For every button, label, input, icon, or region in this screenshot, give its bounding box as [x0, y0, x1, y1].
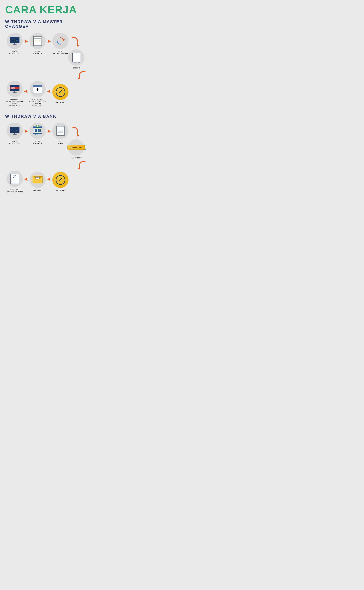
step-login2-label: LOGINAKUN FASAPAY — [9, 140, 21, 144]
arrow-b1-2: ➤ — [24, 128, 28, 134]
process-button-icon: ⚙ PROCESS ↗ — [67, 145, 85, 150]
step-selesai1: ✓ S E L E S A I — [51, 84, 70, 104]
step-bank-withdraw: 💵 BANK MENUWITHDRAW — [28, 123, 47, 144]
svg-marker-0 — [63, 39, 65, 41]
curve-right-down — [71, 36, 79, 47]
step-klik-proses-label: KLIK PROSES — [71, 157, 82, 159]
svg-marker-1 — [56, 41, 58, 42]
step-isi-form1-label: ISI FORM — [73, 67, 80, 69]
arrow-1-2: ➤ — [24, 38, 28, 44]
svg-marker-2 — [77, 45, 79, 47]
arrow-br2-1: ➤ — [47, 176, 51, 182]
step-bank-label: MENUWITHDRAW — [33, 140, 42, 144]
step-konfirmasi-label: KONFIRMASITRANSFER WITHDRAW — [6, 188, 23, 192]
step-isi-form2-label: ISIFORM — [58, 140, 63, 144]
ok-badge: OK — [36, 177, 39, 179]
step-login1-label: LOGINAKUN FASAPAY — [9, 51, 21, 55]
arrow-br2-2: ➤ — [24, 176, 28, 182]
confirm-doc-icon: ✓ — [10, 174, 19, 184]
step-isi-form2-circle — [52, 123, 68, 139]
step-login2: fasapay LOGINAKUN FASAPAY — [5, 123, 24, 144]
step-redirect-mc: MASTER CHANGER REDIRRECTKE HALAMAN MASTE… — [5, 81, 24, 107]
arrow-2-3: ➤ — [47, 38, 51, 44]
step-klik-proses-circle: ⚙ PROCESS ↗ — [68, 139, 84, 156]
email-wrapper: OK — [32, 176, 43, 184]
step-pilih-mc: PILIHMASTER CHANGER — [51, 33, 70, 55]
doc-plain-icon — [57, 126, 65, 136]
check-circle2-icon: ✓ — [56, 175, 65, 185]
curve-arrow-b-down-icon — [71, 126, 79, 137]
bank-icon: 💵 BANK — [33, 126, 42, 135]
step-cek-email: OK CEK EMAIL — [28, 172, 47, 191]
refresh-icon — [56, 36, 65, 46]
step-cek-email-circle: OK — [29, 172, 46, 188]
svg-marker-4 — [77, 135, 79, 137]
section1-row2: ✓ S E L E S A I ➤ ⚙ — [5, 81, 86, 107]
fasapay-monitor-icon: fasapay — [10, 37, 20, 45]
step-redirect-mc-label: REDIRRECTKE HALAMAN MASTER CHANGERPILIHA… — [5, 98, 24, 107]
withdraw-doc-icon: WITHDRAW — [33, 36, 42, 46]
curve-down-left-area — [5, 71, 86, 79]
step-menu-withdraw1-label: MENUWITHDRAW — [33, 51, 42, 55]
step-menu-withdraw1-circle: WITHDRAW — [29, 33, 46, 49]
step-konfirmasi-circle: ✓ — [6, 171, 23, 187]
section2-row2: ✓ S E L E S A I ➤ OK CEK EMAIL ➤ — [5, 171, 86, 192]
section2-title: WITHDRAW VIA BANK — [5, 114, 86, 119]
step-bank-circle: 💵 BANK — [29, 123, 46, 139]
step-isi-form2: ISIFORM — [51, 123, 70, 144]
step-cek-email-label: CEK EMAIL — [33, 190, 42, 191]
check-circle-icon: ✓ — [56, 87, 65, 97]
step-login1: fasapay LOGINAKUN FASAPAY — [5, 33, 24, 55]
step-isi-form1-circle — [68, 49, 84, 66]
step-ikuti-label: IKUTI LANGKAHDI WEBSITE MASTER CHANGERPI… — [28, 98, 47, 107]
arrow-r2-2: ➤ — [24, 88, 28, 94]
step-menu-withdraw1: WITHDRAW MENUWITHDRAW — [28, 33, 47, 55]
step-konfirmasi: ✓ KONFIRMASITRANSFER WITHDRAW — [5, 171, 24, 192]
main-title: CARA KERJA — [5, 4, 86, 15]
curve-b-down-left-area — [5, 161, 86, 169]
step-ikuti: ⚙ IKUTI LANGKAHDI WEBSITE MASTER CHANGER… — [28, 81, 47, 107]
section-bank: WITHDRAW VIA BANK fasapay LOGINAKUN FASA… — [5, 114, 86, 192]
fasapay-monitor2-icon: fasapay — [10, 127, 20, 135]
step-selesai1-circle: ✓ — [52, 84, 68, 100]
svg-marker-5 — [78, 168, 80, 169]
section-master-changer: WITHDRAW VIA MASTER CHANGER fasapay LOGI… — [5, 19, 86, 107]
mc-monitor-icon: MASTER CHANGER — [10, 85, 20, 93]
curve-arrow-down-icon — [71, 36, 79, 47]
step-selesai2-label: S E L E S A I — [56, 190, 65, 191]
step-pilih-mc-label: PILIHMASTER CHANGER — [53, 51, 68, 55]
gear-browser-icon: ⚙ — [33, 85, 42, 93]
doc-wavy-icon — [72, 53, 80, 62]
step-login2-circle: fasapay — [6, 123, 23, 139]
email-icon: OK — [32, 176, 43, 183]
step-pilih-mc-circle — [52, 33, 68, 49]
curve-b-right-down — [71, 126, 79, 137]
step-selesai2-circle: ✓ — [52, 172, 68, 188]
section1-title: WITHDRAW VIA MASTER CHANGER — [5, 19, 86, 29]
step-selesai1-label: S E L E S A I — [56, 102, 65, 104]
arrow-r2-1: ➤ — [47, 88, 51, 94]
doc-wavy-wrapper — [72, 53, 80, 62]
step-redirect-mc-circle: MASTER CHANGER — [6, 81, 23, 97]
step-login1-circle: fasapay — [6, 33, 23, 49]
curve-arrow-left-icon — [78, 71, 86, 79]
svg-marker-3 — [78, 78, 80, 79]
arrow-b2-3: ➤ — [47, 128, 51, 134]
step-ikuti-circle: ⚙ — [29, 81, 46, 97]
curve-arrow-b-left-icon — [78, 161, 86, 169]
step-selesai2: ✓ S E L E S A I — [51, 172, 70, 191]
